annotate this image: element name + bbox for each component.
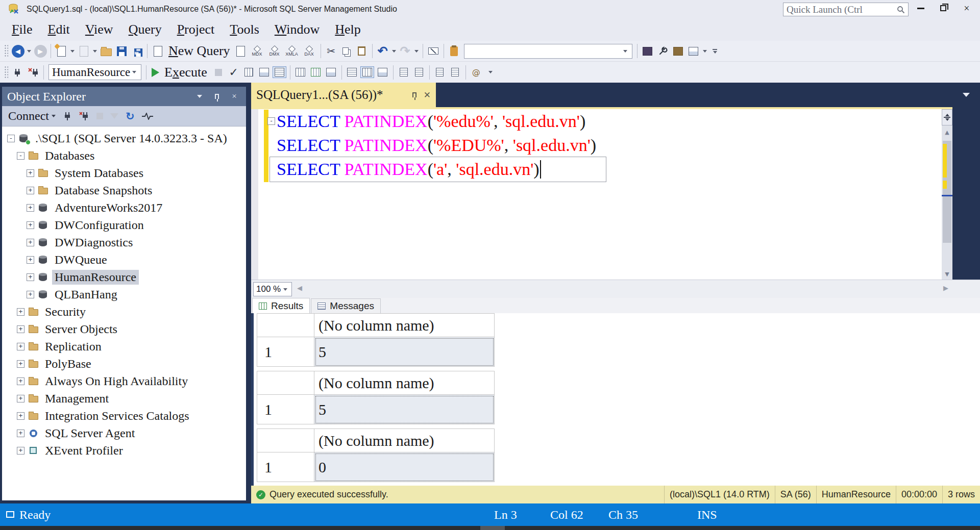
toolbar-dax-query-button[interactable]: DAX (301, 43, 317, 59)
tree-item-dwconfiguration[interactable]: +DWConfiguration (2, 216, 246, 234)
expand-icon[interactable]: + (17, 447, 24, 455)
code-editor[interactable]: - SELECT PATINDEX('%edu%', 'sql.edu.vn')… (251, 109, 942, 280)
grid-column-header[interactable]: (No column name) (314, 429, 495, 452)
database-combobox[interactable]: HumanResource (48, 64, 141, 80)
disconnect-server-icon[interactable] (79, 112, 89, 121)
tree-item-sql-server-agent[interactable]: +SQL Server Agent (2, 424, 246, 442)
toolbox-button[interactable] (671, 43, 685, 59)
database-engine-query-button[interactable] (234, 43, 248, 59)
extensions-button[interactable] (641, 43, 655, 59)
include-client-statistics-button[interactable] (324, 64, 338, 81)
tree-item-xevent-profiler[interactable]: +XEvent Profiler (2, 442, 246, 459)
add-item-button[interactable] (77, 43, 91, 59)
expand-icon[interactable]: + (27, 291, 34, 298)
tree-item-replication[interactable]: +Replication (2, 338, 246, 355)
query-options-button[interactable] (257, 64, 272, 81)
menu-window[interactable]: Window (267, 22, 328, 37)
specify-template-parameters-button[interactable] (293, 64, 308, 81)
cut-button[interactable]: ✂ (324, 43, 338, 59)
results-to-text-button[interactable] (345, 64, 359, 81)
expand-icon[interactable]: + (27, 256, 34, 264)
grid-value-cell[interactable]: 5 (314, 337, 495, 367)
save-all-button[interactable] (130, 43, 144, 59)
collapse-icon[interactable]: - (17, 152, 24, 160)
redo-button[interactable]: ↷ (398, 43, 412, 59)
increase-indent-button[interactable] (448, 64, 462, 81)
expand-icon[interactable]: + (17, 412, 24, 420)
sqlcmd-mode-button[interactable]: @ (469, 64, 483, 81)
generate-script-icon[interactable] (151, 43, 165, 59)
redo-dropdown[interactable] (414, 50, 419, 53)
connect-button[interactable]: Connect (8, 109, 49, 123)
add-item-dropdown[interactable] (93, 50, 97, 53)
code-line-1[interactable]: SELECT PATINDEX('%edu%', 'sql.edu.vn') (277, 109, 942, 133)
results-tab[interactable]: Results (252, 298, 310, 313)
tab-list-dropdown-icon[interactable] (963, 93, 970, 97)
scroll-up-icon[interactable]: ▲ (942, 127, 952, 138)
expand-icon[interactable]: + (17, 343, 24, 350)
refresh-icon[interactable]: ↻ (126, 110, 135, 122)
zoom-dropdown-icon[interactable] (283, 288, 287, 291)
properties-window-button[interactable] (656, 43, 670, 59)
editor-vertical-scrollbar[interactable]: ▲ ▼ (942, 109, 952, 280)
code-line-3[interactable]: SELECT PATINDEX('a', 'sql.edu.vn') (277, 157, 942, 181)
connect-database-button[interactable] (11, 64, 25, 81)
collapse-icon[interactable]: - (7, 135, 15, 142)
restore-button[interactable] (934, 0, 952, 16)
include-actual-plan-button[interactable] (309, 64, 323, 81)
grid-row-header[interactable]: 1 (257, 395, 314, 424)
taskbar-button[interactable] (480, 526, 505, 530)
grid-corner-cell[interactable] (257, 371, 314, 395)
undo-button[interactable]: ↶ (376, 43, 390, 59)
tree-item-sql1-sql-server-14-0-3223-3-sa[interactable]: -.\SQL1 (SQL Server 14.0.3223.3 - SA) (2, 130, 246, 147)
menu-edit[interactable]: Edit (40, 22, 77, 37)
tab-close-icon[interactable]: ✕ (424, 90, 431, 100)
save-button[interactable] (114, 43, 129, 59)
tree-item-always-on-high-availability[interactable]: +Always On High Availability (2, 372, 246, 390)
menu-query[interactable]: Query (121, 22, 169, 37)
expand-icon[interactable]: + (27, 239, 34, 246)
tree-item-adventureworks2017[interactable]: +AdventureWorks2017 (2, 199, 246, 216)
toolbar-grip[interactable] (4, 44, 8, 58)
new-project-button[interactable] (54, 43, 68, 59)
results-to-grid-button[interactable] (360, 64, 375, 81)
grid-value-cell[interactable]: 0 (314, 452, 495, 482)
open-file-button[interactable] (99, 43, 113, 59)
tree-item-humanresource[interactable]: +HumanResource (2, 268, 246, 286)
tree-item-management[interactable]: +Management (2, 390, 246, 407)
tree-item-integration-services-catalogs[interactable]: +Integration Services Catalogs (2, 407, 246, 424)
code-area[interactable]: SELECT PATINDEX('%edu%', 'sql.edu.vn')SE… (277, 109, 942, 181)
menu-view[interactable]: View (78, 22, 121, 37)
grid-corner-cell[interactable] (257, 314, 314, 337)
parse-button[interactable]: ✓ (227, 64, 241, 81)
scroll-down-icon[interactable]: ▼ (942, 268, 952, 280)
tree-item-system-databases[interactable]: +System Databases (2, 164, 246, 182)
expand-icon[interactable]: + (27, 273, 34, 281)
database-combobox-dropdown[interactable] (132, 71, 136, 73)
comment-selection-button[interactable] (397, 64, 411, 81)
menu-project[interactable]: Project (169, 22, 223, 37)
expand-icon[interactable]: + (17, 395, 24, 402)
expand-icon[interactable]: + (27, 169, 34, 177)
menu-tools[interactable]: Tools (222, 22, 266, 37)
quick-launch-input[interactable]: Quick Launch (Ctrl (783, 3, 909, 16)
display-estimated-plan-button[interactable] (242, 64, 256, 81)
tree-item-dwqueue[interactable]: +DWQueue (2, 251, 246, 268)
grid-row-header[interactable]: 1 (257, 452, 314, 482)
toolbar-grip[interactable] (4, 66, 8, 79)
toolbar-xmla-query-button[interactable]: XMLA (284, 43, 300, 59)
query-document-tab[interactable]: SQLQuery1...(SA (56))* ✕ (251, 83, 436, 107)
disconnect-database-button[interactable] (26, 64, 40, 81)
tab-pin-icon[interactable] (412, 92, 416, 97)
expand-icon[interactable]: + (17, 325, 24, 333)
find-combobox-dropdown[interactable] (623, 50, 627, 53)
navigate-backward-dropdown[interactable] (27, 50, 31, 53)
paste-button[interactable] (355, 43, 369, 59)
expand-icon[interactable]: + (17, 430, 24, 437)
expand-icon[interactable]: + (27, 221, 34, 229)
expand-icon[interactable]: + (17, 308, 24, 316)
command-window-button[interactable] (687, 43, 701, 59)
splitter-handle[interactable] (942, 109, 952, 125)
code-line-2[interactable]: SELECT PATINDEX('%EDU%', 'sql.edu.vn') (277, 133, 942, 157)
menu-file[interactable]: File (4, 22, 40, 37)
